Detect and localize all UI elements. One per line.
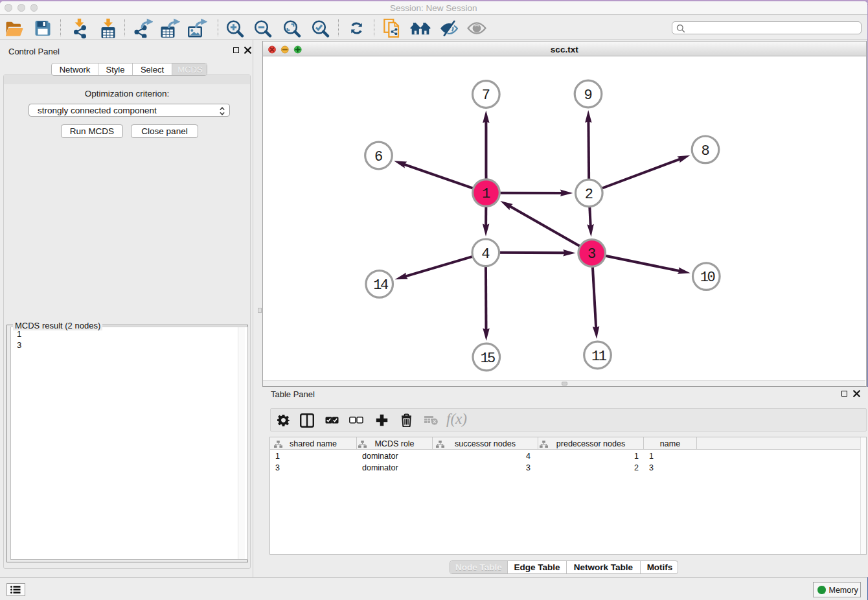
svg-text:3: 3 (588, 246, 596, 262)
svg-text:6: 6 (374, 149, 383, 165)
svg-text:2: 2 (585, 187, 593, 203)
svg-text:11: 11 (591, 349, 607, 365)
svg-text:15: 15 (480, 351, 495, 367)
svg-text:1: 1 (482, 186, 490, 202)
svg-text:4: 4 (481, 246, 490, 262)
svg-text:14: 14 (373, 277, 389, 294)
svg-text:10: 10 (700, 270, 715, 286)
svg-text:9: 9 (584, 87, 592, 104)
svg-text:7: 7 (482, 87, 490, 104)
svg-text:8: 8 (701, 143, 709, 159)
